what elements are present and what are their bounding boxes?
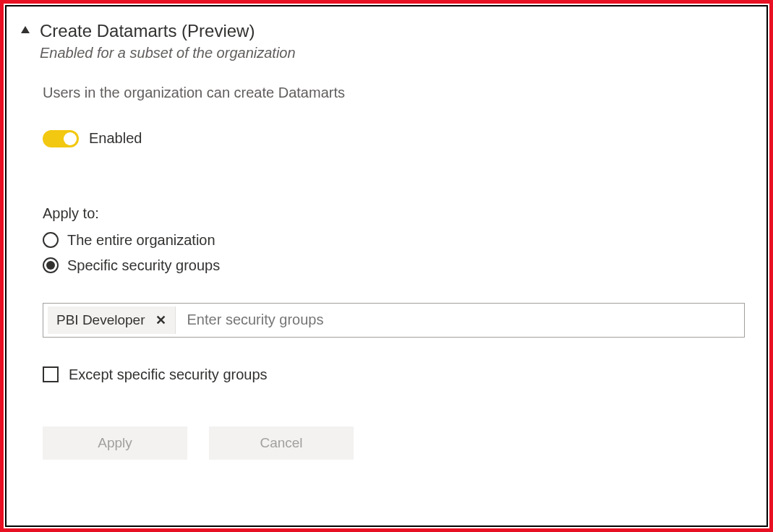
setting-subtitle: Enabled for a subset of the organization xyxy=(40,45,296,61)
radio-selected-icon xyxy=(46,261,55,270)
radio-specific-groups[interactable]: Specific security groups xyxy=(43,257,745,274)
apply-to-label: Apply to: xyxy=(43,205,745,222)
except-groups-label: Except specific security groups xyxy=(69,366,268,383)
checkbox-icon xyxy=(43,366,59,382)
toggle-knob-icon xyxy=(64,132,77,145)
collapse-caret-icon[interactable] xyxy=(21,26,30,33)
except-groups-checkbox-row[interactable]: Except specific security groups xyxy=(43,366,745,383)
radio-entire-org-label: The entire organization xyxy=(67,232,215,249)
apply-button[interactable]: Apply xyxy=(43,426,187,460)
enable-toggle-label: Enabled xyxy=(89,130,142,147)
security-groups-input[interactable]: PBI Developer ✕ xyxy=(43,303,745,338)
security-group-chip: PBI Developer ✕ xyxy=(48,306,176,334)
setting-description: Users in the organization can create Dat… xyxy=(43,85,745,101)
chip-remove-icon[interactable]: ✕ xyxy=(155,312,166,328)
radio-entire-org[interactable]: The entire organization xyxy=(43,232,745,249)
radio-specific-groups-label: Specific security groups xyxy=(67,257,220,274)
security-groups-text-input[interactable] xyxy=(183,306,740,334)
setting-title: Create Datamarts (Preview) xyxy=(40,21,296,42)
radio-icon xyxy=(43,232,59,248)
cancel-button[interactable]: Cancel xyxy=(209,426,354,460)
chip-name: PBI Developer xyxy=(56,312,145,328)
enable-toggle[interactable] xyxy=(43,130,79,147)
radio-icon xyxy=(43,257,59,273)
